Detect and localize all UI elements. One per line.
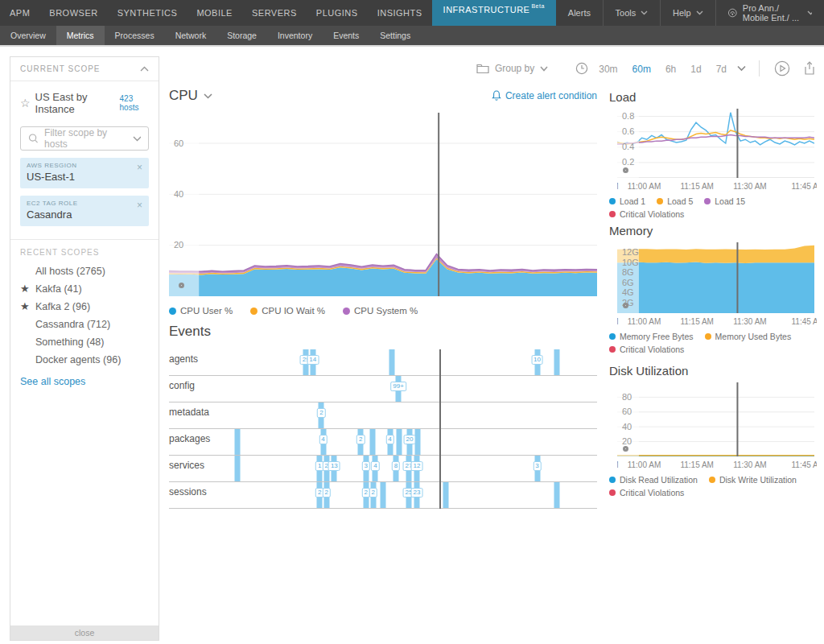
recent-scope-cassandra-712[interactable]: Cassandra (712) [20, 316, 149, 333]
memory-chart[interactable]: 2G4G6G8G10G12G [617, 242, 814, 313]
subnav-item-events[interactable]: Events [323, 26, 369, 45]
time-range-30m[interactable]: 30m [599, 64, 617, 75]
legend-cpu-user[interactable]: CPU User % [169, 306, 233, 316]
critical-violations-dot [609, 489, 616, 496]
memory-title: Memory [609, 224, 818, 237]
visibility-toggle[interactable] [623, 303, 628, 308]
visibility-toggle[interactable] [623, 167, 628, 173]
legend-disk-read-utilization[interactable]: Disk Read Utilization [609, 475, 698, 485]
chart-toolbar: Group by 30m60m6h1d7d [169, 58, 816, 79]
remove-chip-icon[interactable]: × [137, 200, 142, 210]
event-bar[interactable] [397, 429, 402, 455]
x-tick: 11:15 AM [680, 182, 714, 191]
share-button[interactable] [803, 61, 816, 76]
time-range-selector: 30m60m6h1d7d [591, 61, 734, 76]
visibility-toggle[interactable] [179, 283, 184, 288]
svg-text:0.2: 0.2 [622, 157, 634, 167]
chevron-down-icon [696, 10, 703, 15]
legend-load-15[interactable]: Load 15 [704, 196, 745, 206]
event-bar[interactable] [554, 349, 559, 375]
cpu-io-wait-dot [250, 308, 258, 315]
subnav-item-metrics[interactable]: Metrics [56, 26, 105, 45]
legend-label: Load 1 [620, 196, 645, 206]
event-bar[interactable] [370, 429, 376, 455]
visibility-toggle[interactable] [623, 446, 628, 452]
disk-chart[interactable]: 20406080 [617, 382, 814, 456]
nav-item-plugins[interactable]: PLUGINS [307, 0, 368, 26]
play-button[interactable] [774, 60, 790, 76]
legend-disk-write-utilization[interactable]: Disk Write Utilization [709, 475, 797, 485]
event-bar[interactable] [443, 482, 448, 508]
event-bar[interactable] [389, 349, 394, 375]
recent-scope-something-48[interactable]: Something (48) [20, 333, 149, 351]
legend-memory-used-bytes[interactable]: Memory Used Bytes [705, 332, 792, 341]
legend-critical-violations[interactable]: Critical Violations [609, 345, 684, 354]
legend-cpu-system[interactable]: CPU System % [343, 306, 418, 316]
group-by-dropdown[interactable]: Group by [476, 63, 548, 74]
subnav-item-processes[interactable]: Processes [105, 26, 165, 45]
time-range-1d[interactable]: 1d [690, 64, 701, 75]
filter-scope-input[interactable]: Filter scope by hosts [20, 126, 149, 151]
event-bar[interactable] [554, 482, 559, 508]
events-row-label: sessions [169, 486, 207, 497]
subnav-item-settings[interactable]: Settings [369, 26, 421, 45]
chevron-down-icon [540, 66, 548, 72]
recent-scope-kakfa-41[interactable]: ★Kakfa (41) [20, 280, 149, 298]
primary-nav: APMBROWSERSYNTHETICSMOBILESERVERSPLUGINS… [0, 0, 432, 26]
legend-critical-violations[interactable]: Critical Violations [609, 209, 684, 219]
nav-item-browser[interactable]: BROWSER [39, 0, 107, 26]
subnav-item-storage[interactable]: Storage [216, 26, 267, 45]
events-timeline[interactable]: agents291410config99+metadata2packages42… [169, 349, 597, 509]
recent-scope-kafka-2-96[interactable]: ★Kafka 2 (96) [20, 298, 149, 316]
chip-value: US-East-1 [27, 171, 75, 183]
sidebar-close-button[interactable]: close [10, 625, 159, 640]
nav-item-synthetics[interactable]: SYNTHETICS [108, 0, 187, 26]
tab-infrastructure[interactable]: INFRASTRUCTURE Beta [432, 0, 556, 26]
svg-text:40: 40 [622, 422, 632, 431]
star-outline-icon[interactable]: ☆ [20, 97, 31, 109]
subnav-item-network[interactable]: Network [165, 26, 217, 45]
remove-chip-icon[interactable]: × [137, 163, 142, 172]
cpu-chart[interactable]: 204060 [169, 113, 597, 296]
recent-scope-docker-agents-96[interactable]: Docker agents (96) [20, 351, 149, 369]
critical-violations-dot [609, 211, 616, 217]
hosts-count-link[interactable]: 423 hosts [120, 94, 149, 112]
time-range-60m[interactable]: 60m [632, 64, 651, 75]
time-range-expand[interactable] [737, 65, 746, 72]
help-menu[interactable]: Help [661, 0, 715, 26]
tools-menu[interactable]: Tools [604, 0, 661, 26]
nav-item-apm[interactable]: APM [0, 0, 39, 26]
event-bar[interactable] [235, 429, 241, 455]
alerts-link[interactable]: Alerts [556, 0, 603, 26]
nav-item-servers[interactable]: SERVERS [242, 0, 307, 26]
legend-memory-free-bytes[interactable]: Memory Free Bytes [609, 332, 694, 341]
legend-load-1[interactable]: Load 1 [609, 196, 645, 206]
event-bar[interactable] [381, 482, 386, 508]
current-scope-header[interactable]: CURRENT SCOPE [10, 57, 159, 81]
legend-cpu-io-wait[interactable]: CPU IO Wait % [250, 306, 325, 316]
event-count-badge: 13 [328, 461, 340, 471]
recent-scope-all-hosts-2765[interactable]: All hosts (2765) [20, 262, 149, 280]
chevron-down-icon [737, 65, 746, 72]
load-chart[interactable]: 0.20.40.60.8 [617, 109, 814, 178]
nav-item-mobile[interactable]: MOBILE [187, 0, 242, 26]
nav-item-insights[interactable]: INSIGHTS [368, 0, 432, 26]
events-row-metadata: metadata2 [169, 402, 597, 429]
x-tick: 11:00 AM [628, 182, 661, 191]
timeline-cursor [439, 349, 441, 509]
subnav-item-overview[interactable]: Overview [0, 26, 56, 45]
account-menu[interactable]: Pro Ann./ Mobile Ent./ ... [715, 0, 824, 26]
load-5-dot [657, 198, 663, 204]
see-all-scopes-link[interactable]: See all scopes [20, 376, 149, 387]
cpu-metric-dropdown[interactable]: CPU [169, 88, 212, 104]
time-range-6h[interactable]: 6h [665, 64, 676, 75]
legend-label: Critical Violations [620, 209, 684, 219]
subnav-item-inventory[interactable]: Inventory [267, 26, 323, 45]
x-tick: 11:15 AM [680, 317, 714, 326]
create-alert-link[interactable]: Create alert condition [492, 90, 597, 101]
event-bar[interactable] [235, 456, 241, 481]
legend-load-5[interactable]: Load 5 [657, 196, 693, 206]
time-range-7d[interactable]: 7d [716, 64, 727, 75]
legend-critical-violations[interactable]: Critical Violations [609, 488, 684, 497]
star-icon: ★ [20, 280, 30, 298]
